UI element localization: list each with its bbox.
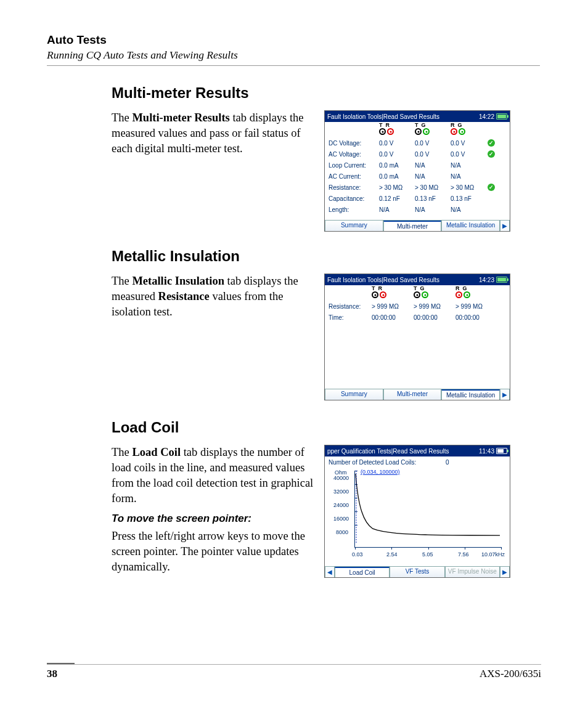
pass-icon: ✓ — [488, 150, 495, 158]
coils-value: 0 — [446, 459, 449, 466]
ring-ground-icon — [451, 128, 486, 135]
loadcoil-paragraph-2: Press the left/right arrow keys to move … — [112, 529, 315, 575]
loadcoil-subhead: To move the screen pointer: — [112, 513, 321, 525]
device-time: 14:23 — [479, 277, 494, 283]
multimeter-screenshot: Fault Isolation Tools|Read Saved Results… — [324, 110, 510, 232]
tab-vf-tests[interactable]: VF Tests — [390, 567, 444, 577]
tab-next-icon[interactable]: ▶ — [500, 567, 510, 577]
subchapter-title: Running CQ Auto Tests and Viewing Result… — [47, 49, 540, 62]
tip-ground-icon — [415, 128, 451, 135]
device-title: Fault Isolation Tools|Read Saved Results — [327, 113, 479, 120]
tab-metallic-insulation[interactable]: Metallic Insulation — [441, 221, 500, 231]
battery-icon — [496, 448, 507, 454]
section-title-loadcoil: Load Coil — [112, 419, 543, 436]
section-title-multimeter: Multi-meter Results — [112, 84, 543, 102]
section-title-metallic: Metallic Insulation — [112, 248, 543, 265]
tip-ring-icon — [372, 291, 414, 298]
tab-multimeter[interactable]: Multi-meter — [383, 389, 442, 400]
device-time: 14:22 — [479, 113, 494, 120]
ring-ground-icon — [455, 291, 497, 298]
battery-icon — [496, 277, 507, 283]
device-title: Fault Isolation Tools|Read Saved Results — [327, 277, 479, 283]
tab-vf-impulse-noise[interactable]: VF Impulse Noise — [445, 567, 500, 577]
metallic-paragraph: The Metallic Insulation tab displays the… — [112, 274, 315, 320]
tab-next-icon[interactable]: ▶ — [500, 389, 510, 400]
device-time: 11:43 — [479, 448, 494, 455]
tab-multimeter[interactable]: Multi-meter — [383, 221, 442, 231]
header-divider — [47, 65, 540, 66]
metallic-screenshot: Fault Isolation Tools|Read Saved Results… — [324, 274, 510, 400]
tip-ring-icon — [379, 128, 415, 135]
device-title: pper Qualification Tests|Read Saved Resu… — [327, 448, 479, 455]
tab-prev-icon[interactable]: ◀ — [325, 567, 335, 577]
loadcoil-chart: Ohm 40000 32000 24000 16000 8000 — [330, 468, 505, 560]
tab-next-icon[interactable]: ▶ — [500, 221, 510, 231]
loadcoil-paragraph: The Load Coil tab displays the number of… — [112, 445, 315, 506]
chart-curve — [354, 471, 501, 544]
tip-ground-icon — [414, 291, 455, 298]
results-table: DC Voltage:0.0 V0.0 V0.0 V✓ AC Voltage:0… — [329, 137, 506, 215]
model-number: AXS-200/635i — [480, 668, 541, 680]
pass-icon: ✓ — [488, 139, 495, 147]
battery-icon — [496, 113, 507, 120]
loadcoil-screenshot: pper Qualification Tests|Read Saved Resu… — [324, 445, 510, 578]
footer-divider — [47, 664, 541, 665]
pass-icon: ✓ — [488, 184, 495, 191]
tab-summary[interactable]: Summary — [325, 389, 383, 400]
tab-metallic-insulation[interactable]: Metallic Insulation — [441, 389, 500, 400]
chapter-title: Auto Tests — [47, 33, 540, 47]
multimeter-paragraph: The Multi-meter Results tab displays the… — [112, 110, 315, 156]
tab-load-coil[interactable]: Load Coil — [335, 567, 390, 577]
coils-label: Number of Detected Load Coils: — [329, 459, 446, 466]
results-table: Resistance:> 999 MΩ> 999 MΩ> 999 MΩ Time… — [329, 301, 506, 323]
tab-summary[interactable]: Summary — [325, 221, 383, 231]
page-number: 38 — [47, 668, 57, 680]
